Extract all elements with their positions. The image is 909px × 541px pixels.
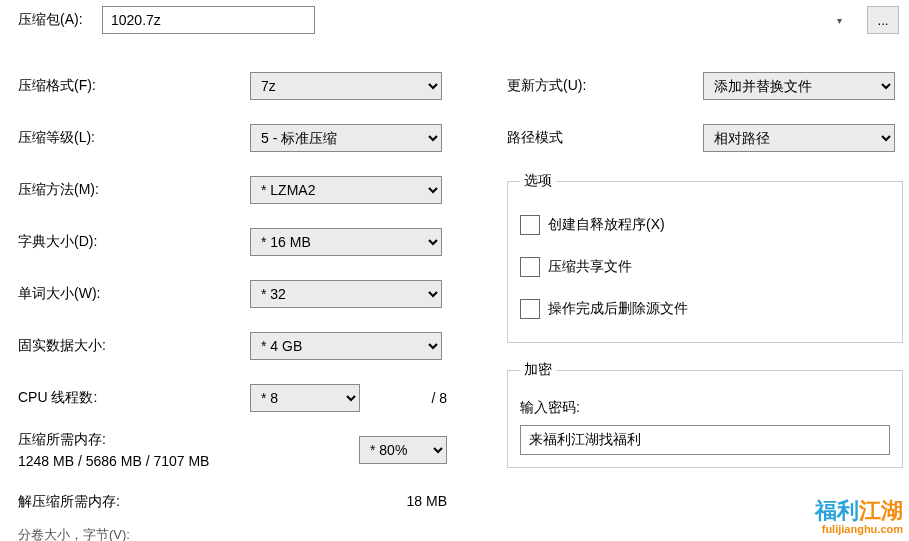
mem-compress-value: 1248 MB / 5686 MB / 7107 MB [18, 450, 209, 472]
dict-label: 字典大小(D): [18, 233, 250, 251]
word-select[interactable]: * 32 [250, 280, 442, 308]
mem-decompress-label: 解压缩所需内存: [18, 490, 264, 512]
path-select[interactable]: 相对路径 [703, 124, 895, 152]
delete-after-label: 操作完成后删除源文件 [548, 300, 688, 318]
solid-label: 固实数据大小: [18, 337, 250, 355]
encrypt-legend: 加密 [520, 361, 556, 379]
format-select[interactable]: 7z [250, 72, 442, 100]
options-legend: 选项 [520, 172, 556, 190]
threads-label: CPU 线程数: [18, 389, 250, 407]
path-label: 路径模式 [507, 129, 703, 147]
format-label: 压缩格式(F): [18, 77, 250, 95]
archive-label: 压缩包(A): [18, 11, 102, 29]
archive-path-input[interactable] [102, 6, 315, 34]
threads-total: / 8 [431, 390, 447, 406]
encrypt-group: 加密 输入密码: [507, 361, 903, 468]
method-label: 压缩方法(M): [18, 181, 250, 199]
level-label: 压缩等级(L): [18, 129, 250, 147]
browse-button[interactable]: ... [867, 6, 899, 34]
word-label: 单词大小(W): [18, 285, 250, 303]
mem-pct-select[interactable]: * 80% [359, 436, 447, 464]
password-input[interactable] [520, 425, 890, 455]
shared-label: 压缩共享文件 [548, 258, 632, 276]
update-label: 更新方式(U): [507, 77, 703, 95]
method-select[interactable]: * LZMA2 [250, 176, 442, 204]
volume-label: 分卷大小，字节(V): [18, 516, 447, 541]
dict-select[interactable]: * 16 MB [250, 228, 442, 256]
sfx-label: 创建自释放程序(X) [548, 216, 665, 234]
password-label: 输入密码: [520, 399, 890, 417]
chevron-down-icon[interactable]: ▾ [829, 10, 849, 30]
solid-select[interactable]: * 4 GB [250, 332, 442, 360]
mem-compress-label: 压缩所需内存: [18, 428, 209, 450]
sfx-checkbox[interactable] [520, 215, 540, 235]
options-group: 选项 创建自释放程序(X) 压缩共享文件 操作完成后删除源文件 [507, 172, 903, 343]
delete-after-checkbox[interactable] [520, 299, 540, 319]
level-select[interactable]: 5 - 标准压缩 [250, 124, 442, 152]
shared-checkbox[interactable] [520, 257, 540, 277]
mem-decompress-value: 18 MB [407, 490, 447, 512]
update-select[interactable]: 添加并替换文件 [703, 72, 895, 100]
threads-select[interactable]: * 8 [250, 384, 360, 412]
